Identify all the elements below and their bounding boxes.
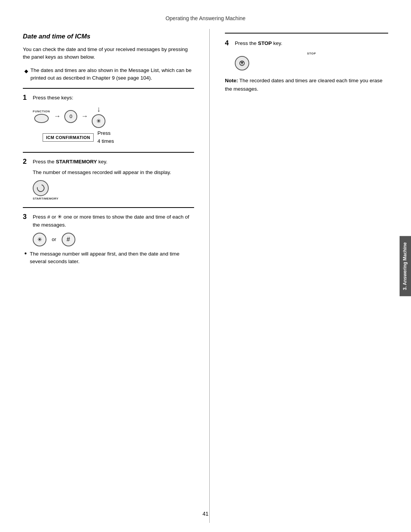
- start-memory-wrap: START/MEMORY: [33, 180, 194, 200]
- step-4-text: Press the STOP key.: [235, 40, 282, 47]
- arrow-right-icon-2: →: [81, 112, 88, 120]
- note-box: Note: The recorded dates and times are c…: [225, 77, 388, 93]
- star-key-col: ↓ ✳: [92, 105, 105, 128]
- star-key-step3-label: ✳: [37, 236, 42, 243]
- function-key-wrap: FUNCTION: [33, 110, 50, 123]
- section-title: Date and time of ICMs: [23, 33, 194, 40]
- bullet-item-1: ◆ The dates and times are also shown in …: [23, 67, 194, 82]
- step3-keys: ✳ or #: [33, 233, 194, 246]
- stop-label: STOP: [235, 52, 388, 55]
- function-key: [34, 114, 49, 123]
- stop-key-wrap: STOP: [235, 52, 388, 70]
- keys-top-row: FUNCTION → 0 → ↓ ✳: [33, 105, 194, 128]
- step2-key-bold: START/MEMORY: [56, 159, 97, 165]
- step-2-text: Press the START/MEMORY key.: [33, 158, 107, 166]
- function-label: FUNCTION: [33, 110, 50, 113]
- divider-1: [23, 88, 194, 89]
- divider-2: [23, 152, 194, 153]
- header-title: Operating the Answering Machine: [166, 15, 245, 21]
- step4-key-bold: STOP: [258, 40, 272, 46]
- or-text: or: [52, 236, 56, 242]
- right-divider-top: [225, 33, 388, 34]
- press-label: Press: [97, 130, 111, 136]
- start-memory-button: [33, 180, 49, 196]
- step-1-number: 1: [23, 94, 30, 101]
- step-1-header: 1 Press these keys:: [23, 94, 194, 102]
- times-label: 4 times: [97, 138, 114, 144]
- press-times-text: Press 4 times: [97, 129, 114, 145]
- step-3: 3 Press # or ✳ one or more times to show…: [23, 213, 194, 265]
- icm-confirmation-box: ICM CONFIRMATION: [43, 133, 94, 142]
- zero-key: 0: [64, 110, 77, 123]
- step-3-number: 3: [23, 213, 30, 220]
- step-2-number: 2: [23, 158, 30, 165]
- hash-key-step3: #: [62, 233, 75, 246]
- keys-diagram: FUNCTION → 0 → ↓ ✳: [33, 105, 194, 145]
- step-4-header: 4 Press the STOP key.: [225, 40, 388, 47]
- step-4-number: 4: [225, 40, 232, 46]
- hash-key-label: #: [67, 236, 70, 243]
- step-3-header: 3 Press # or ✳ one or more times to show…: [23, 213, 194, 229]
- step-2-header: 2 Press the START/MEMORY key.: [23, 158, 194, 166]
- start-memory-label: START/MEMORY: [33, 197, 59, 200]
- page-header: Operating the Answering Machine: [0, 0, 411, 29]
- note-bold: Note:: [225, 78, 238, 83]
- stop-button: [235, 56, 249, 70]
- step-1: 1 Press these keys: FUNCTION → 0: [23, 94, 194, 145]
- icm-press-row: ICM CONFIRMATION Press 4 times: [43, 129, 194, 145]
- star-key-step3: ✳: [33, 233, 46, 246]
- star-key: ✳: [92, 114, 105, 128]
- column-divider: [209, 29, 210, 523]
- bullet-circle-icon: •: [24, 249, 27, 266]
- stop-button-inner: [239, 61, 245, 66]
- page-number: 41: [202, 511, 209, 517]
- bullet-diamond-icon: ◆: [24, 67, 28, 82]
- left-column: Date and time of ICMs You can check the …: [23, 29, 206, 523]
- star-key-label: ✳: [96, 118, 101, 125]
- down-arrow-icon: ↓: [97, 105, 100, 113]
- step-1-text: Press these keys:: [33, 94, 73, 102]
- bullet-item-2: • The message number will appear first, …: [23, 250, 194, 266]
- intro-text: You can check the date and time of your …: [23, 46, 194, 61]
- bullet2-text: The message number will appear first, an…: [30, 250, 194, 266]
- sidebar-tab: 3. Answering Machine: [400, 236, 411, 296]
- bullet1-text: The dates and times are also shown in th…: [30, 67, 194, 82]
- step-3-text: Press # or ✳ one or more times to show t…: [33, 213, 194, 229]
- right-column: 4 Press the STOP key. STOP Note: The rec…: [213, 29, 388, 523]
- step-2-subtext: The number of messages recorded will app…: [33, 169, 194, 176]
- note-text: The recorded dates and times are cleared…: [225, 78, 382, 92]
- arrow-right-icon-1: →: [54, 112, 61, 120]
- step-2: 2 Press the START/MEMORY key. The number…: [23, 158, 194, 201]
- divider-3: [23, 207, 194, 208]
- zero-key-label: 0: [70, 113, 72, 119]
